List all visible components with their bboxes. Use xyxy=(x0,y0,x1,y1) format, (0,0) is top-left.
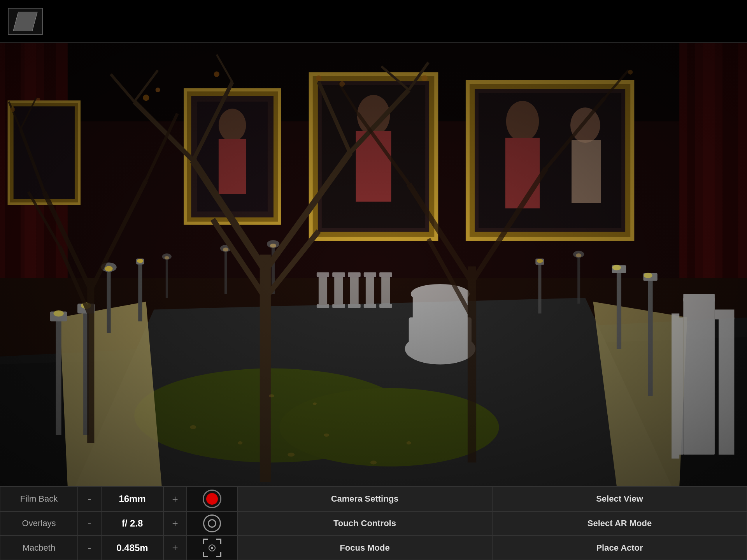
row2-label: Macbeth xyxy=(0,535,78,560)
svg-rect-144 xyxy=(0,43,747,486)
logo-icon xyxy=(13,12,37,31)
row2-value: 0.485m xyxy=(101,535,163,560)
record-dot xyxy=(206,493,218,505)
row2-center-btn[interactable] xyxy=(187,535,237,560)
row1-value: f/ 2.8 xyxy=(101,511,163,536)
aperture-inner xyxy=(208,519,216,528)
row1-right1[interactable]: Touch Controls xyxy=(237,511,492,536)
row0-plus[interactable]: + xyxy=(163,487,187,511)
viewfinder-icon xyxy=(203,539,221,557)
row2-plus[interactable]: + xyxy=(163,535,187,560)
row2-right1[interactable]: Focus Mode xyxy=(237,535,492,560)
row2-minus[interactable]: - xyxy=(78,535,101,560)
row0-right1[interactable]: Camera Settings xyxy=(237,487,492,511)
top-bar xyxy=(0,0,747,43)
row0-label: Film Back xyxy=(0,487,78,511)
row0-value: 16mm xyxy=(101,487,163,511)
viewport[interactable] xyxy=(0,43,747,486)
scene-view xyxy=(0,43,747,486)
row1-plus[interactable]: + xyxy=(163,511,187,536)
aperture-icon xyxy=(203,514,221,532)
row2-right2[interactable]: Place Actor xyxy=(492,535,747,560)
row1-minus[interactable]: - xyxy=(78,511,101,536)
row0-right2[interactable]: Select View xyxy=(492,487,747,511)
row0-center-btn[interactable] xyxy=(187,487,237,511)
row1-center-btn[interactable] xyxy=(187,511,237,536)
logo[interactable] xyxy=(8,8,43,35)
row1-right2[interactable]: Select AR Mode xyxy=(492,511,747,536)
record-icon xyxy=(203,490,221,508)
app: Film Back-16mm+Camera SettingsSelect Vie… xyxy=(0,0,747,560)
bottom-bar: Film Back-16mm+Camera SettingsSelect Vie… xyxy=(0,486,747,560)
row1-label: Overlays xyxy=(0,511,78,536)
row0-minus[interactable]: - xyxy=(78,487,101,511)
